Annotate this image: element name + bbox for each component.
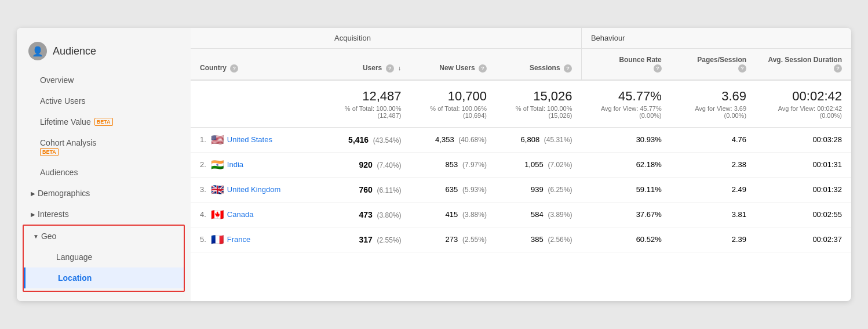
totals-avg-session-cell: 00:02:42 Avg for View: 00:02:42 (0.00%) [756, 80, 851, 128]
table-row: 2. 🇮🇳 India 920 (7.40%) 853 (7.97%) 1,05… [191, 152, 851, 177]
row-users-pct: (6.11%) [377, 186, 401, 194]
row-avg-session: 00:03:28 [812, 135, 842, 144]
row-sessions-value: 6,808 [521, 135, 540, 144]
sessions-cell: 939 (6.25%) [496, 177, 581, 202]
country-cell: 4. 🇨🇦 Canada [191, 202, 325, 227]
bounce-rate-cell: 60.52% [581, 227, 670, 252]
row-new-users-pct: (3.88%) [462, 211, 487, 219]
th-pages-session: Pages/Session ? [671, 49, 756, 80]
row-pages-session: 3.81 [732, 210, 746, 219]
country-flag: 🇨🇦 [211, 208, 224, 221]
users-sort-icon[interactable]: ↓ [398, 64, 402, 71]
totals-row: 12,487 % of Total: 100.00% (12,487) 10,7… [191, 80, 851, 128]
avg-session-cell: 00:03:28 [756, 127, 851, 152]
users-cell: 760 (6.11%) [325, 177, 410, 202]
bounce-rate-help-icon[interactable]: ? [654, 64, 662, 73]
lifetime-value-badge: BETA [94, 118, 113, 126]
sidebar-item-lifetime-value[interactable]: Lifetime Value BETA [17, 111, 191, 132]
row-bounce-rate: 59.11% [636, 185, 662, 194]
totals-bounce-rate-cell: 45.77% Avg for View: 45.77% (0.00%) [581, 80, 670, 128]
row-users-pct: (2.55%) [377, 236, 401, 244]
totals-pages-session-value: 3.69 [680, 89, 746, 104]
pages-session-cell: 4.76 [671, 127, 756, 152]
bounce-rate-cell: 30.93% [581, 127, 670, 152]
country-group-header [191, 28, 325, 49]
country-help-icon[interactable]: ? [230, 64, 238, 73]
sidebar-item-demographics[interactable]: ▶ Demographics [17, 183, 191, 204]
row-bounce-rate: 62.18% [636, 160, 662, 169]
new-users-cell: 4,353 (40.68%) [410, 127, 495, 152]
sidebar-item-active-users[interactable]: Active Users [17, 91, 191, 111]
country-link[interactable]: United Kingdom [227, 185, 281, 194]
row-avg-session: 00:01:31 [812, 160, 842, 169]
th-users: Users ? ↓ [325, 49, 410, 80]
th-new-users: New Users ? [410, 49, 495, 80]
row-sessions-pct: (7.02%) [548, 161, 572, 169]
row-users-value: 473 [359, 210, 372, 219]
sidebar-item-location[interactable]: Location [24, 267, 184, 288]
new-users-cell: 415 (3.88%) [410, 202, 495, 227]
cohort-analysis-badge: BETA [40, 148, 59, 156]
totals-avg-session-sub: Avg for View: 00:02:42 (0.00%) [765, 105, 842, 119]
country-flag: 🇫🇷 [211, 233, 224, 246]
country-link[interactable]: France [227, 235, 250, 244]
sessions-cell: 584 (3.89%) [496, 202, 581, 227]
row-users-pct: (43.54%) [373, 136, 402, 144]
row-bounce-rate: 37.67% [636, 210, 662, 219]
totals-sessions-cell: 15,026 % of Total: 100.00% (15,026) [496, 80, 581, 128]
table-row: 4. 🇨🇦 Canada 473 (3.80%) 415 (3.88%) 584… [191, 202, 851, 227]
sessions-cell: 385 (2.56%) [496, 227, 581, 252]
row-users-value: 5,416 [348, 135, 369, 144]
pages-session-help-icon[interactable]: ? [738, 64, 746, 73]
country-flag: 🇮🇳 [211, 158, 224, 171]
sidebar-item-audiences[interactable]: Audiences [17, 162, 191, 183]
row-sessions-value: 385 [531, 235, 544, 244]
row-new-users-pct: (7.97%) [462, 161, 487, 169]
new-users-help-icon[interactable]: ? [479, 64, 487, 73]
row-bounce-rate: 60.52% [636, 235, 662, 244]
main-content: Acquisition Behaviour Country ? Users ? [191, 28, 851, 301]
avg-session-cell: 00:01:31 [756, 152, 851, 177]
sidebar-item-geo[interactable]: ▼ Geo [24, 226, 184, 247]
pages-session-cell: 2.38 [671, 152, 756, 177]
users-cell: 5,416 (43.54%) [325, 127, 410, 152]
row-sessions-pct: (3.89%) [548, 211, 572, 219]
bounce-rate-cell: 59.11% [581, 177, 670, 202]
bounce-rate-cell: 62.18% [581, 152, 670, 177]
sidebar-item-language[interactable]: Language [24, 247, 184, 267]
country-link[interactable]: Canada [227, 210, 254, 219]
sidebar-item-overview[interactable]: Overview [17, 70, 191, 91]
pages-session-cell: 2.39 [671, 227, 756, 252]
row-new-users-pct: (40.68%) [458, 136, 487, 144]
table-row: 3. 🇬🇧 United Kingdom 760 (6.11%) 635 (5.… [191, 177, 851, 202]
country-flag: 🇺🇸 [211, 133, 224, 146]
row-users-value: 317 [359, 235, 372, 244]
row-sessions-value: 584 [531, 210, 544, 219]
sidebar-header: 👤 Audience [17, 37, 191, 70]
users-cell: 473 (3.80%) [325, 202, 410, 227]
row-number: 4. [200, 210, 206, 219]
totals-bounce-rate-sub: Avg for View: 45.77% (0.00%) [590, 105, 661, 119]
sessions-help-icon[interactable]: ? [564, 64, 572, 73]
row-users-value: 760 [359, 185, 372, 194]
new-users-cell: 853 (7.97%) [410, 152, 495, 177]
totals-new-users-value: 10,700 [420, 89, 486, 104]
totals-users-value: 12,487 [334, 89, 401, 104]
country-link[interactable]: United States [227, 135, 272, 144]
country-cell: 2. 🇮🇳 India [191, 152, 325, 177]
row-avg-session: 00:02:37 [812, 235, 842, 244]
avg-session-help-icon[interactable]: ? [834, 64, 842, 73]
row-pages-session: 4.76 [732, 135, 746, 144]
new-users-cell: 273 (2.55%) [410, 227, 495, 252]
pages-session-cell: 3.81 [671, 202, 756, 227]
app-container: 👤 Audience Overview Active Users Lifetim… [17, 28, 851, 301]
country-link[interactable]: India [227, 160, 243, 169]
country-cell: 3. 🇬🇧 United Kingdom [191, 177, 325, 202]
col-header-row: Country ? Users ? ↓ New Users ? Sessions [191, 49, 851, 80]
sidebar-item-cohort-analysis[interactable]: Cohort Analysis BETA [17, 132, 191, 162]
row-pages-session: 2.39 [732, 235, 746, 244]
table-row: 5. 🇫🇷 France 317 (2.55%) 273 (2.55%) 385… [191, 227, 851, 252]
users-help-icon[interactable]: ? [386, 64, 394, 73]
sidebar-item-interests[interactable]: ▶ Interests [17, 204, 191, 225]
row-sessions-value: 939 [531, 185, 544, 194]
